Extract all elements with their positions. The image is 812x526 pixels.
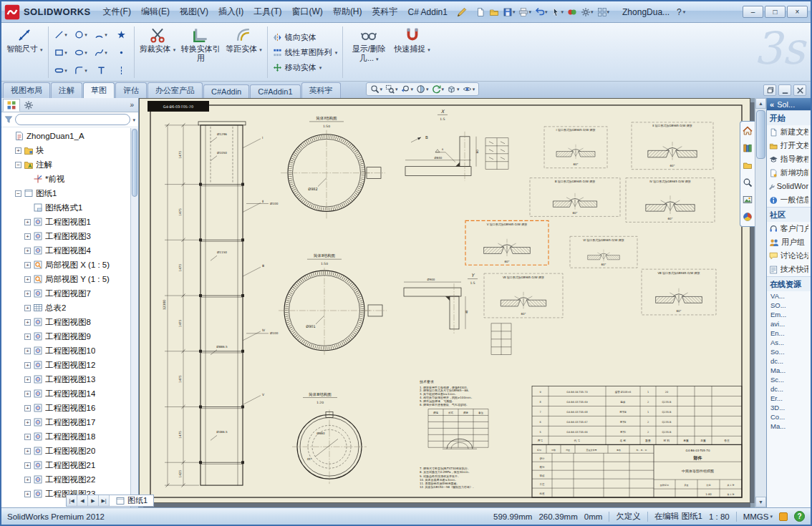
point-tool-button[interactable] [112, 44, 131, 61]
tree-item-18[interactable]: +工程图视图14 [3, 386, 130, 401]
text-tool-button[interactable] [92, 62, 111, 79]
tree-item-11[interactable]: +工程图视图7 [3, 286, 130, 301]
taskpane-tab-library[interactable] [740, 140, 755, 156]
tree-item-8[interactable]: +工程图视图4 [3, 243, 130, 258]
taskpane-link-9[interactable]: Sc... [767, 375, 811, 384]
expand-toggle[interactable]: + [24, 405, 31, 411]
taskpane-link-0[interactable]: VA... [767, 291, 811, 301]
status-help-button[interactable]: ? [794, 511, 805, 522]
menu-item-8[interactable]: C# Addin1 [403, 1, 453, 22]
menu-item-4[interactable]: 工具(T) [248, 1, 286, 22]
expand-toggle[interactable]: + [24, 291, 31, 297]
taskpane-section-0[interactable]: 开始 [767, 110, 811, 125]
expand-toggle[interactable]: + [24, 233, 31, 240]
expand-toggle[interactable]: + [24, 362, 31, 369]
commandmanager-tab-1[interactable]: 注解 [51, 82, 82, 98]
tree-item-4[interactable]: −图纸1 [3, 186, 130, 200]
menu-item-5[interactable]: 窗口(W) [287, 1, 328, 22]
shaded-button[interactable]: ▾ [446, 84, 460, 94]
help-button[interactable]: ?▾ [677, 7, 685, 17]
commandmanager-tab-2[interactable]: 草图 [83, 82, 115, 98]
tree-item-3[interactable]: *前视 [3, 172, 130, 186]
document-close-button[interactable] [793, 84, 806, 96]
fillet-tool-button[interactable]: ▾ [72, 62, 91, 79]
convert-entities-button[interactable]: 转换实体引用 [178, 25, 223, 79]
tree-item-19[interactable]: +工程图视图16 [3, 401, 130, 415]
tree-filter-input[interactable] [15, 114, 130, 125]
expand-toggle[interactable]: + [24, 348, 31, 354]
scrollbar-thumb[interactable] [756, 110, 765, 159]
scroll-up-icon[interactable]: ▲ [755, 98, 766, 109]
tree-item-23[interactable]: +工程图视图21 [3, 458, 130, 472]
taskpane-item-1-3[interactable]: 技术快讯 [767, 263, 811, 276]
vsettings-button[interactable]: ▾ [462, 84, 476, 94]
spline-tool-button[interactable]: ▾ [92, 44, 111, 61]
rotate-button[interactable]: ▾ [431, 84, 445, 94]
tree-item-14[interactable]: +工程图视图9 [3, 329, 130, 344]
tree-item-5[interactable]: 图纸格式1 [3, 200, 130, 215]
taskpane-tab-home[interactable] [740, 123, 755, 139]
sheet-nav-3[interactable]: ▶| [99, 495, 110, 506]
expand-toggle[interactable]: + [24, 448, 31, 454]
taskpane-link-8[interactable]: Ma... [767, 366, 811, 375]
expand-toggle[interactable]: + [15, 147, 21, 154]
panel-scrollbar[interactable] [130, 128, 138, 507]
tree-item-21[interactable]: +工程图视图18 [3, 429, 130, 444]
commandmanager-tab-6[interactable]: C#Addin1 [250, 84, 300, 98]
taskpane-tab-palette[interactable] [740, 192, 755, 208]
taskpane-tab-explorer[interactable] [740, 157, 755, 173]
taskpane-item-0-2[interactable]: 指导教程 [767, 152, 811, 166]
sheet-nav-1[interactable]: ◀ [77, 495, 88, 506]
taskpane-link-4[interactable]: En... [767, 328, 811, 338]
axis-tool-button[interactable] [112, 62, 131, 79]
document-minimize-button[interactable] [778, 84, 791, 96]
taskpane-tab-search[interactable] [740, 175, 755, 190]
units-dropdown[interactable]: MMGS▾ [743, 512, 773, 521]
expand-toggle[interactable]: + [24, 376, 31, 383]
tree-item-24[interactable]: +工程图视图22 [3, 472, 130, 487]
slot-tool-button[interactable]: ▾ [52, 62, 71, 79]
arc-tool-button[interactable]: ▾ [92, 26, 111, 43]
new-document-button[interactable] [474, 6, 487, 19]
section-button[interactable]: ▾ [415, 84, 430, 94]
tree-item-0[interactable]: ZhongDuan1_A [3, 129, 130, 143]
featuremanager-tab[interactable] [3, 99, 20, 112]
menu-item-0[interactable]: 文件(F) [98, 1, 136, 22]
graphics-area[interactable]: G4-B6-03-T05-70 147514751475147514751475… [139, 98, 766, 507]
commandmanager-tab-5[interactable]: C#Addin [203, 84, 249, 98]
expand-toggle[interactable]: + [24, 276, 31, 283]
menu-item-6[interactable]: 帮助(H) [328, 1, 367, 22]
line-tool-button[interactable]: ▾ [52, 26, 71, 43]
star-tool-button[interactable] [112, 26, 131, 43]
collapse-toggle[interactable]: − [15, 190, 21, 197]
circle-tool-button[interactable]: ▾ [72, 26, 91, 43]
smart-dimension-button[interactable]: 智能尺寸 ▾ [4, 25, 45, 79]
taskpane-item-0-5[interactable]: 一般信息 [767, 193, 811, 207]
expand-toggle[interactable]: + [24, 248, 31, 254]
zoomarea-button[interactable]: ▾ [385, 84, 399, 94]
taskpane-link-2[interactable]: Em... [767, 310, 811, 319]
quick-tips-icon[interactable] [779, 512, 788, 521]
expand-toggle[interactable]: + [24, 477, 31, 483]
save-button[interactable]: ▾ [501, 6, 517, 19]
tree-item-15[interactable]: +工程图视图10 [3, 344, 130, 358]
offset-entities-button[interactable]: 等距实体 ▾ [223, 25, 264, 79]
menu-item-2[interactable]: 视图(V) [175, 1, 213, 22]
expand-toggle[interactable]: + [24, 319, 31, 326]
tree-item-20[interactable]: +工程图视图17 [3, 415, 130, 429]
minimize-button[interactable]: – [743, 6, 763, 18]
filter-dropdown-icon[interactable]: ▾ [132, 117, 135, 122]
collapse-taskpane-button[interactable]: « [770, 100, 774, 109]
expand-toggle[interactable]: + [24, 491, 31, 497]
taskpane-tab-appearance[interactable] [740, 209, 755, 225]
taskpane-link-13[interactable]: Co... [767, 412, 811, 422]
expand-toggle[interactable]: + [24, 462, 31, 469]
taskpane-link-7[interactable]: dc... [767, 356, 811, 366]
maximize-button[interactable]: □ [765, 6, 786, 18]
tree-item-9[interactable]: +局部视图 X (1 : 5) [3, 258, 130, 272]
menu-item-7[interactable]: 英科宇 [367, 1, 403, 22]
expand-toggle[interactable]: + [24, 333, 31, 340]
linear-sketch-pattern-button[interactable]: 线性草图阵列▾ [271, 46, 340, 59]
commandmanager-tab-7[interactable]: 英科宇 [301, 82, 341, 98]
mirror-entities-button[interactable]: 镜向实体 [271, 31, 340, 44]
